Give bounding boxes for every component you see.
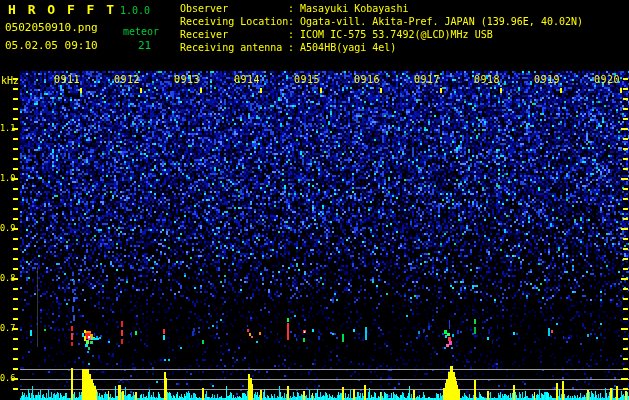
info-row-receiver: Receiver: ICOM IC-575 53.7492(@LCD)MHz U…	[180, 29, 493, 40]
colon: :	[288, 16, 294, 27]
time-axis-label: 0918	[472, 74, 500, 85]
freq-axis-label: 0.6	[0, 373, 13, 383]
time-axis-label: 0913	[172, 74, 200, 85]
time-axis-label: 0919	[532, 74, 560, 85]
info-label: Receiving antenna	[180, 42, 288, 53]
echo-count: 21	[138, 40, 151, 52]
info-label: Receiver	[180, 29, 288, 40]
app-version: 1.0.0	[120, 5, 150, 16]
freq-axis-label: 1.0	[0, 173, 13, 183]
freq-axis-label: 0.9	[0, 223, 13, 233]
app-title: H R O F F T	[8, 3, 116, 17]
freq-axis-label: 0.7	[0, 323, 13, 333]
time-axis-label: 0914	[232, 74, 260, 85]
freq-axis-unit: kHz	[1, 75, 19, 86]
info-value: Masayuki Kobayashi	[300, 3, 408, 14]
info-value: A504HB(yagi 4el)	[300, 42, 396, 53]
info-value: Ogata-vill. Akita-Pref. JAPAN (139.96E, …	[300, 16, 583, 27]
time-axis-label: 0911	[52, 74, 80, 85]
info-value: ICOM IC-575 53.7492(@LCD)MHz USB	[300, 29, 493, 40]
colon: :	[288, 3, 294, 14]
info-label: Observer	[180, 3, 288, 14]
colon: :	[288, 29, 294, 40]
time-axis-label: 0912	[112, 74, 140, 85]
info-row-observer: Observer: Masayuki Kobayashi	[180, 3, 408, 14]
output-filename: 0502050910.png	[5, 22, 98, 34]
observation-timestamp: 05.02.05 09:10	[5, 40, 98, 52]
time-axis-label: 0915	[292, 74, 320, 85]
time-axis-label: 0917	[412, 74, 440, 85]
time-axis-label: 0916	[352, 74, 380, 85]
observation-mode: meteor	[123, 26, 159, 37]
time-axis-label: 0920	[592, 74, 620, 85]
freq-axis-label: 1.1	[0, 123, 13, 133]
hrofft-output-screen: H R O F F T 1.0.0 0502050910.png meteor …	[0, 0, 629, 400]
info-row-antenna: Receiving antenna: A504HB(yagi 4el)	[180, 42, 396, 53]
info-row-location: Receiving Location: Ogata-vill. Akita-Pr…	[180, 16, 583, 27]
colon: :	[288, 42, 294, 53]
info-label: Receiving Location	[180, 16, 288, 27]
spectrogram-canvas	[0, 0, 629, 400]
freq-axis-label: 0.8	[0, 273, 13, 283]
